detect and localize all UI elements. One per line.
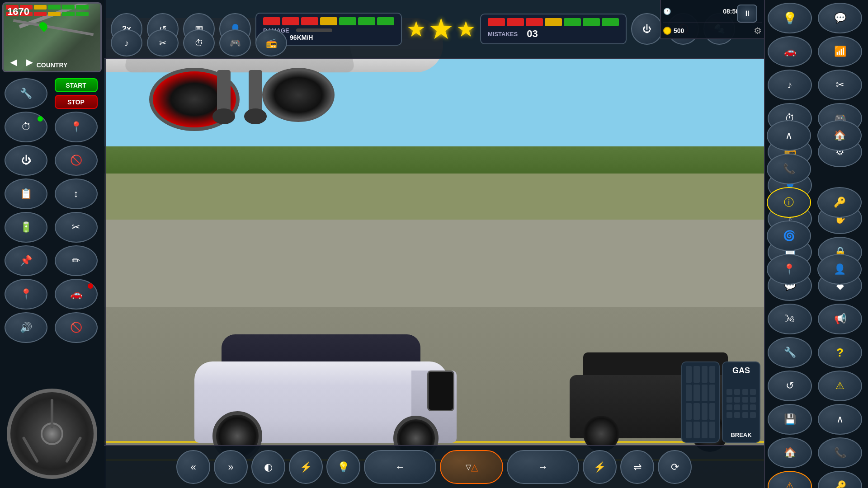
minimap-location-pin xyxy=(38,20,49,32)
gas-dot xyxy=(750,404,756,410)
location-btn[interactable]: 📍 xyxy=(55,112,98,142)
history-btn[interactable]: ⏱ xyxy=(183,29,215,56)
minimap-area-label: COUNTRY xyxy=(37,61,68,69)
chevron-up-btn[interactable]: ∧ xyxy=(818,404,862,435)
info-orange-btn[interactable]: ⓘ xyxy=(767,187,811,218)
warning-sign-btn[interactable]: ⚠ xyxy=(818,371,862,401)
coin-icon xyxy=(663,27,671,35)
location-green-btn[interactable]: 📍 xyxy=(5,279,47,310)
edit-btn[interactable]: ✏ xyxy=(55,245,98,276)
car-alert-btn[interactable]: 🚗 xyxy=(55,279,98,310)
radio-top-btn[interactable]: 📻 xyxy=(255,29,287,56)
gas-dot xyxy=(734,389,740,395)
coins-row: 500 ⚙ xyxy=(663,25,762,36)
horn-btn[interactable]: 📢 xyxy=(818,304,862,334)
health-bar-red-3 xyxy=(301,17,318,25)
gas-dot xyxy=(734,397,740,403)
resize-btn[interactable]: ↕ xyxy=(55,178,98,209)
stop-button[interactable]: STOP xyxy=(55,95,98,109)
minimap-sb-g2 xyxy=(76,12,89,16)
boost-btn[interactable]: ⚡ xyxy=(289,450,323,484)
scissors-btn[interactable]: ✂ xyxy=(818,70,862,100)
noentry-btn[interactable]: 🚫 xyxy=(55,312,98,343)
wrench3-btn[interactable]: 🔧 xyxy=(768,337,812,368)
key-btn[interactable]: 🔑 xyxy=(818,471,862,488)
lightbulb-btn[interactable]: 💡 xyxy=(768,3,812,33)
steering-wheel[interactable] xyxy=(7,389,97,479)
gas-dot xyxy=(750,397,756,403)
mappin2-btn[interactable]: 📍 xyxy=(767,254,811,285)
minimap-hb-y1 xyxy=(34,5,47,9)
left-turn-signal-btn[interactable]: ← xyxy=(364,450,436,484)
top-right-info-panel: 🕐 08:50 ⏸ 500 ⚙ xyxy=(660,0,764,39)
fan-btn[interactable]: 🌀 xyxy=(767,221,811,251)
gear-wheel-2 xyxy=(244,108,267,124)
save-btn[interactable]: 💾 xyxy=(768,404,812,435)
mistakes-row: MISTAKES 03 xyxy=(488,28,619,40)
minimap-arrow-right[interactable]: ▶ xyxy=(26,57,33,67)
phone-btn[interactable]: 📞 xyxy=(818,437,862,468)
mute-btn[interactable]: 🚫 xyxy=(55,145,98,176)
gas-dot xyxy=(742,404,748,410)
speedometer-btn[interactable]: ⏱ xyxy=(5,112,47,142)
carview-btn[interactable]: 🚗 xyxy=(768,36,812,67)
gas-dot xyxy=(742,397,748,403)
mistakes-value: 03 xyxy=(527,28,538,40)
grass-area xyxy=(104,146,764,174)
mb-red-2 xyxy=(507,18,524,26)
phone2-btn[interactable]: 📞 xyxy=(767,154,811,184)
mb-green-2 xyxy=(583,18,600,26)
hazard-btn[interactable]: ▽ △ xyxy=(440,450,503,484)
up-arrow-btn[interactable]: ∧ xyxy=(767,120,811,151)
battery-btn[interactable]: 🔋 xyxy=(5,212,47,243)
gear-dots-panel[interactable] xyxy=(681,361,720,443)
refresh-btn[interactable]: ↺ xyxy=(768,371,812,401)
music-top-btn[interactable]: ♪ xyxy=(111,29,142,56)
prev-left-btn[interactable]: « xyxy=(176,450,210,484)
wiper-btn[interactable]: 🌬 xyxy=(768,304,812,334)
swap-btn[interactable]: ⇌ xyxy=(620,450,654,484)
right-turn-signal-btn[interactable]: → xyxy=(507,450,579,484)
gdot xyxy=(693,422,699,438)
scissors-top-btn[interactable]: ✂ xyxy=(147,29,179,56)
power-btn[interactable]: ⏻ xyxy=(5,145,47,176)
electric-boost-btn[interactable]: ⚡ xyxy=(583,450,617,484)
help-btn[interactable]: ? xyxy=(818,337,862,368)
next-right-btn[interactable]: » xyxy=(214,450,248,484)
start-button[interactable]: START xyxy=(55,78,98,92)
home2-btn[interactable]: 🏠 xyxy=(817,120,862,151)
wifi-btn[interactable]: 📶 xyxy=(818,36,862,67)
left-control-buttons: 🔧 START STOP ⏱ 📍 ⏻ 🚫 📋 ↕ 🔋 ✂ 📌 ✏ 📍 🚗 🔊 🚫 xyxy=(2,76,104,345)
star-3: ★ xyxy=(456,16,476,42)
horn-left-btn[interactable]: 🔊 xyxy=(5,312,47,343)
gear-icon[interactable]: ⚙ xyxy=(754,25,762,36)
mb-green-1 xyxy=(564,18,581,26)
gas-dot xyxy=(750,412,756,418)
wrench-btn[interactable]: 🔧 xyxy=(5,78,47,109)
chat-icon-btn[interactable]: 💬 xyxy=(818,3,862,33)
gdot xyxy=(709,422,715,438)
rotate-btn[interactable]: ⟳ xyxy=(658,450,692,484)
cross2-btn[interactable]: ✂ xyxy=(55,212,98,243)
health-bar-green-3 xyxy=(377,17,394,25)
key2-btn[interactable]: 🔑 xyxy=(817,187,862,218)
alert-orange-btn[interactable]: ⚠ xyxy=(768,471,812,488)
steering-spoke-top xyxy=(51,399,53,428)
gdot xyxy=(709,385,715,401)
pin-red-btn[interactable]: 📌 xyxy=(5,245,47,276)
pause-btn[interactable]: ⏸ xyxy=(737,5,757,23)
minimap-arrow-left[interactable]: ◀ xyxy=(10,57,17,67)
wheel-top-btn[interactable]: 🎮 xyxy=(219,29,251,56)
car-grill xyxy=(427,371,454,411)
gdot xyxy=(693,403,699,420)
home-btn[interactable]: 🏠 xyxy=(768,437,812,468)
headlights-toggle-btn[interactable]: ◐ xyxy=(251,450,285,484)
gas-panel[interactable]: GAS BREAK xyxy=(722,361,760,443)
gas-dots xyxy=(726,375,756,432)
person3-btn[interactable]: 👤 xyxy=(817,254,862,285)
clipboard-btn[interactable]: 📋 xyxy=(5,178,47,209)
minimap[interactable]: 1670 ◀ ▶ COUNTRY xyxy=(2,2,102,72)
green-light-btn[interactable]: 💡 xyxy=(326,450,360,484)
music-note-btn[interactable]: ♪ xyxy=(768,70,812,100)
power3-btn[interactable]: ⏻ xyxy=(631,13,663,45)
